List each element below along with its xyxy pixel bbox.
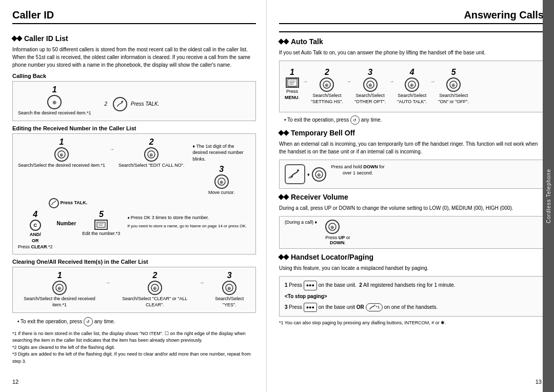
receiver-volume-header: Receiver Volume bbox=[279, 193, 544, 201]
to-stop-label: <To stop paging> bbox=[285, 293, 327, 299]
locator-step1-2: 1 Press ●●● on the base unit. 2 All regi… bbox=[285, 281, 538, 290]
auto-step3-icon: ⊕ bbox=[363, 77, 378, 92]
clear-step2-label: Search/Select "CLEAR" or "ALL CLEAR". bbox=[114, 296, 195, 308]
left-page-title: Caller ID bbox=[12, 9, 256, 24]
edit-step1-label: Search/Select the desired received item.… bbox=[18, 163, 105, 169]
editing-label: Editing the Received Number in the Calle… bbox=[12, 125, 256, 131]
edit-step3-icon: ⊕ bbox=[214, 174, 229, 189]
calling-back-box: 1 ⊕ Search the desired received item.*1 … bbox=[12, 81, 256, 121]
caller-id-list-body: Information up to 50 different callers i… bbox=[12, 46, 256, 69]
svg-text:⊕: ⊕ bbox=[60, 152, 64, 158]
edit-step2-label: Search/Select "EDIT CALL NO". bbox=[118, 163, 184, 169]
temp-bell-box: ♦ ⊕ Press and hold DOWN forover 1 second… bbox=[279, 160, 544, 189]
auto-step3-label: Search/Select"OTHER OPT". bbox=[354, 93, 386, 105]
handset-locator-header: Handset Locator/Paging bbox=[279, 253, 544, 261]
base-unit-button-2: ●●● bbox=[304, 303, 317, 312]
svg-text:⊕: ⊕ bbox=[451, 83, 456, 88]
clearing-box: 1 ⊕ Search/Select the desired received i… bbox=[12, 267, 256, 312]
left-page: Caller ID Caller ID List Information up … bbox=[0, 0, 267, 392]
caller-id-list-header: Caller ID List bbox=[12, 34, 256, 43]
clear-step1-label: Search/Select the desired received item.… bbox=[18, 296, 101, 308]
auto-step4-label: Search/Select"AUTO TALK". bbox=[397, 93, 427, 105]
clear-step3-icon: ⊕ bbox=[222, 281, 236, 295]
edit-step3-label: Move cursor. bbox=[208, 190, 235, 196]
bullet-exit-left: • To exit the operation, press ↺ any tim… bbox=[12, 317, 256, 326]
auto-step5-label: Search/Select"ON" or "OFF". bbox=[438, 93, 469, 105]
svg-rect-7 bbox=[97, 222, 105, 227]
receiver-volume-body: During a call, press UP or DOWN to chang… bbox=[279, 204, 544, 212]
svg-text:⊕: ⊕ bbox=[227, 286, 231, 291]
edit-step2-icon: ⊕ bbox=[144, 147, 159, 162]
handset-locator-body: Using this feature, you can locate a mis… bbox=[279, 264, 544, 272]
step2-icon bbox=[113, 97, 127, 111]
auto-step1-label: PressMENU. bbox=[285, 89, 300, 101]
auto-talk-header: Auto Talk bbox=[279, 37, 544, 46]
temp-bell-action: Press and hold DOWN forover 1 second. bbox=[331, 164, 385, 176]
editing-box: 1 ⊕ Search/Select the desired received i… bbox=[12, 133, 256, 255]
down-button-icon: ⊕ bbox=[312, 167, 326, 182]
step2-label: 2 Press TALK. bbox=[105, 97, 160, 111]
auto-talk-body: If you set Auto Talk to on, you can answ… bbox=[279, 49, 544, 56]
diamond-icon-2 bbox=[279, 40, 288, 44]
svg-text:⊕: ⊕ bbox=[220, 180, 224, 185]
clear-step2-icon: ⊕ bbox=[148, 281, 162, 295]
press-ok-note: ♦ Press OK 3 times to store the number. … bbox=[124, 214, 250, 229]
right-page: Answering Calls Auto Talk If you set Aut… bbox=[267, 0, 554, 392]
caller-id-list-heading: Caller ID List bbox=[24, 34, 68, 43]
auto-talk-box: 1 PressMENU. → 2 ⊕ bbox=[279, 61, 544, 112]
auto-step2-label: Search/Select"SETTING HS". bbox=[311, 93, 343, 105]
page-number-left: 12 bbox=[12, 379, 18, 385]
svg-text:⊕: ⊕ bbox=[153, 286, 157, 291]
auto-talk-heading: Auto Talk bbox=[291, 37, 323, 46]
step1-label: Search the desired received item.*1 bbox=[18, 110, 91, 116]
svg-text:⊕: ⊕ bbox=[317, 172, 321, 178]
svg-point-29 bbox=[297, 169, 299, 171]
receiver-volume-box: (During a call) ♦ ⊕ Press UP orDOWN. bbox=[279, 216, 544, 249]
base-unit-button-1: ●●● bbox=[304, 281, 317, 290]
clear-step3-label: Search/Select "YES". bbox=[209, 296, 250, 308]
svg-text:⊕: ⊕ bbox=[57, 286, 62, 291]
svg-text:⊕: ⊕ bbox=[52, 100, 56, 105]
svg-text:⊕: ⊕ bbox=[149, 152, 153, 158]
handset-talk-icon: *1 bbox=[366, 303, 383, 312]
temp-bell-body: When an external call is incoming, you c… bbox=[279, 140, 544, 155]
svg-text:⊕: ⊕ bbox=[325, 83, 329, 88]
auto-step4-icon: ⊕ bbox=[405, 77, 419, 92]
clear-button-icon: C bbox=[30, 220, 41, 231]
edit-step5-icon bbox=[94, 220, 108, 230]
auto-step1-icon bbox=[286, 77, 299, 88]
temp-bell-heading: Temporary Bell Off bbox=[291, 129, 355, 137]
svg-point-28 bbox=[291, 175, 293, 178]
diamond-icon-3 bbox=[279, 131, 288, 135]
page-number-right: 13 bbox=[536, 379, 542, 385]
edit-step5-label: Edit the number.*3 bbox=[82, 231, 120, 237]
step1-icon: ⊕ bbox=[47, 95, 62, 109]
locator-step3: 3 Press ●●● on the base unit OR *1 on on… bbox=[285, 303, 538, 312]
svg-text:⊕: ⊕ bbox=[410, 83, 414, 88]
edit-step4-label: AND/OR Press CLEAR.*2 bbox=[18, 232, 53, 250]
during-call-label: (During a call) ♦ bbox=[285, 220, 317, 225]
locator-footnote: *1 You can also stop paging by pressing … bbox=[279, 320, 544, 327]
svg-text:⊕: ⊕ bbox=[368, 83, 372, 88]
svg-text:⊕: ⊕ bbox=[330, 225, 334, 230]
diamond-icon bbox=[12, 36, 22, 41]
press-talk-label: Press TALK. bbox=[49, 198, 250, 208]
clearing-label: Clearing One/All Received Item(s) in the… bbox=[12, 259, 256, 265]
diamond-icon-5 bbox=[279, 255, 288, 259]
edit-note1: ♦ The 1st digit of the desired received … bbox=[189, 143, 250, 196]
auto-step5-icon: ⊕ bbox=[446, 77, 461, 92]
up-down-icon: ⊕ bbox=[325, 220, 340, 234]
talk-icon-small bbox=[49, 198, 59, 208]
handset-locator-heading: Handset Locator/Paging bbox=[291, 253, 373, 261]
bullet-exit-right: • To exit the operation, press ↺ any tim… bbox=[279, 115, 544, 125]
vertical-tab: Cordless Telephone bbox=[543, 0, 554, 392]
diamond-icon-4 bbox=[279, 195, 288, 199]
temp-bell-header: Temporary Bell Off bbox=[279, 129, 544, 137]
receiver-volume-heading: Receiver Volume bbox=[291, 193, 348, 201]
calling-back-label: Calling Back bbox=[12, 73, 256, 79]
handset-locator-box: 1 Press ●●● on the base unit. 2 All regi… bbox=[279, 276, 544, 317]
handset-with-waves-icon bbox=[285, 164, 305, 184]
clear-step1-icon: ⊕ bbox=[52, 281, 67, 295]
right-page-title: Answering Calls bbox=[279, 9, 544, 24]
edit-step1-icon: ⊕ bbox=[54, 147, 69, 162]
